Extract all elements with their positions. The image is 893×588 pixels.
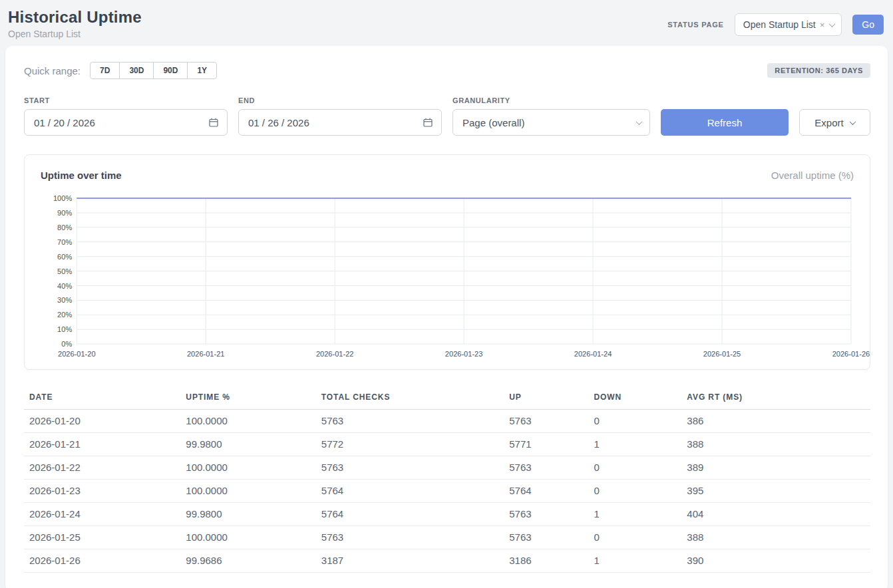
table-cell: 395 <box>681 480 870 503</box>
table-cell: 404 <box>681 503 870 526</box>
end-date-input[interactable]: 01 / 26 / 2026 <box>238 109 442 136</box>
table-cell: 2026-01-20 <box>24 410 180 433</box>
table-cell: 5763 <box>504 456 588 480</box>
end-date-value: 01 / 26 / 2026 <box>248 117 309 128</box>
y-tick-label: 60% <box>57 253 72 261</box>
chevron-down-icon <box>829 21 836 27</box>
granularity-field: GRANULARITY Page (overall) <box>452 96 650 136</box>
table-cell: 3186 <box>504 549 588 573</box>
column-header: DATE <box>24 386 180 410</box>
y-tick-label: 50% <box>57 267 72 275</box>
table-row: 2026-01-2699.9686318731861390 <box>24 549 870 573</box>
table-cell: 5763 <box>316 456 504 480</box>
chart-title: Uptime over time <box>41 170 122 181</box>
table-cell: 5772 <box>316 433 504 456</box>
column-header: AVG RT (MS) <box>681 386 870 410</box>
quick-range-30d-button[interactable]: 30D <box>119 62 154 79</box>
page-title: Historical Uptime <box>8 8 142 27</box>
y-tick-label: 20% <box>57 311 72 319</box>
table-cell: 2026-01-24 <box>24 503 180 526</box>
y-tick-label: 70% <box>57 238 72 246</box>
table-cell: 3187 <box>316 549 504 573</box>
start-date-input[interactable]: 01 / 20 / 2026 <box>24 109 228 136</box>
refresh-button[interactable]: Refresh <box>661 109 789 136</box>
table-row: 2026-01-25100.0000576357630388 <box>24 526 870 549</box>
table-cell: 5764 <box>504 480 588 503</box>
status-page-selected-value: Open Startup List <box>743 19 816 30</box>
column-header: DOWN <box>588 386 681 410</box>
table-row: 2026-01-2199.9800577257711388 <box>24 433 870 456</box>
table-header-row: DATEUPTIME %TOTAL CHECKSUPDOWNAVG RT (MS… <box>24 386 870 410</box>
calendar-icon <box>423 117 433 128</box>
uptime-line-chart: 100%90%80%70%60%50%40%30%20%10%0%2026-01… <box>41 192 854 360</box>
x-tick-label: 2026-01-23 <box>445 350 483 358</box>
chart-header: Uptime over time Overall uptime (%) <box>41 170 854 181</box>
x-tick-label: 2026-01-24 <box>574 350 612 358</box>
table-cell: 0 <box>588 410 681 433</box>
table-cell: 5763 <box>504 503 588 526</box>
x-tick-label: 2026-01-22 <box>316 350 354 358</box>
table-cell: 389 <box>681 456 870 480</box>
table-cell: 2026-01-23 <box>24 480 180 503</box>
export-button[interactable]: Export <box>799 109 870 136</box>
quick-range-1y-button[interactable]: 1Y <box>187 62 217 79</box>
table-cell: 388 <box>681 433 870 456</box>
table-cell: 99.9800 <box>180 503 316 526</box>
table-cell: 2026-01-21 <box>24 433 180 456</box>
table-row: 2026-01-22100.0000576357630389 <box>24 456 870 480</box>
table-cell: 0 <box>588 456 681 480</box>
table-row: 2026-01-23100.0000576457640395 <box>24 480 870 503</box>
table-cell: 0 <box>588 480 681 503</box>
go-button[interactable]: Go <box>852 15 884 35</box>
end-date-label: END <box>238 96 442 104</box>
uptime-table: DATEUPTIME %TOTAL CHECKSUPDOWNAVG RT (MS… <box>24 386 870 573</box>
y-tick-label: 0% <box>61 340 72 348</box>
clear-selection-icon[interactable]: × <box>820 20 825 30</box>
table-cell: 5763 <box>316 526 504 549</box>
table-cell: 5763 <box>504 526 588 549</box>
table-cell: 1 <box>588 433 681 456</box>
table-cell: 1 <box>588 549 681 573</box>
topbar-controls: STATUS PAGE Open Startup List × Go <box>667 13 884 36</box>
quick-range-label: Quick range: <box>24 65 81 76</box>
table-cell: 2026-01-22 <box>24 456 180 480</box>
table-cell: 100.0000 <box>180 526 316 549</box>
y-tick-label: 80% <box>57 223 72 231</box>
column-header: TOTAL CHECKS <box>316 386 504 410</box>
table-cell: 388 <box>681 526 870 549</box>
start-date-field: START 01 / 20 / 2026 <box>24 96 228 136</box>
column-header: UPTIME % <box>180 386 316 410</box>
status-page-select[interactable]: Open Startup List × <box>735 13 842 36</box>
table-cell: 2026-01-26 <box>24 549 180 573</box>
end-date-field: END 01 / 26 / 2026 <box>238 96 442 136</box>
x-tick-label: 2026-01-21 <box>187 350 225 358</box>
table-cell: 100.0000 <box>180 456 316 480</box>
calendar-icon <box>208 117 219 128</box>
title-block: Historical Uptime Open Startup List <box>8 8 142 39</box>
chevron-down-icon <box>849 118 856 125</box>
table-cell: 99.9686 <box>180 549 316 573</box>
table-cell: 5763 <box>504 410 588 433</box>
x-tick-label: 2026-01-20 <box>58 350 96 358</box>
export-button-label: Export <box>814 117 843 128</box>
chevron-down-icon <box>636 118 643 125</box>
y-tick-label: 100% <box>53 194 72 202</box>
y-tick-label: 10% <box>57 325 72 333</box>
table-cell: 5764 <box>316 503 504 526</box>
uptime-chart-card: Uptime over time Overall uptime (%) 100%… <box>24 154 870 370</box>
start-date-label: START <box>24 96 228 104</box>
table-cell: 99.9800 <box>180 433 316 456</box>
x-tick-label: 2026-01-25 <box>703 350 741 358</box>
start-date-value: 01 / 20 / 2026 <box>34 117 95 128</box>
filter-form-row: START 01 / 20 / 2026 END 01 / 26 / 2026 <box>24 96 870 136</box>
column-header: UP <box>504 386 588 410</box>
quick-range-7d-button[interactable]: 7D <box>90 62 120 79</box>
granularity-select[interactable]: Page (overall) <box>452 109 650 136</box>
table-cell: 386 <box>681 410 870 433</box>
table-cell: 5764 <box>316 480 504 503</box>
quick-range-90d-button[interactable]: 90D <box>153 62 188 79</box>
topbar: Historical Uptime Open Startup List STAT… <box>0 0 893 46</box>
table-cell: 2026-01-25 <box>24 526 180 549</box>
page-subtitle: Open Startup List <box>8 29 142 39</box>
table-cell: 1 <box>588 503 681 526</box>
